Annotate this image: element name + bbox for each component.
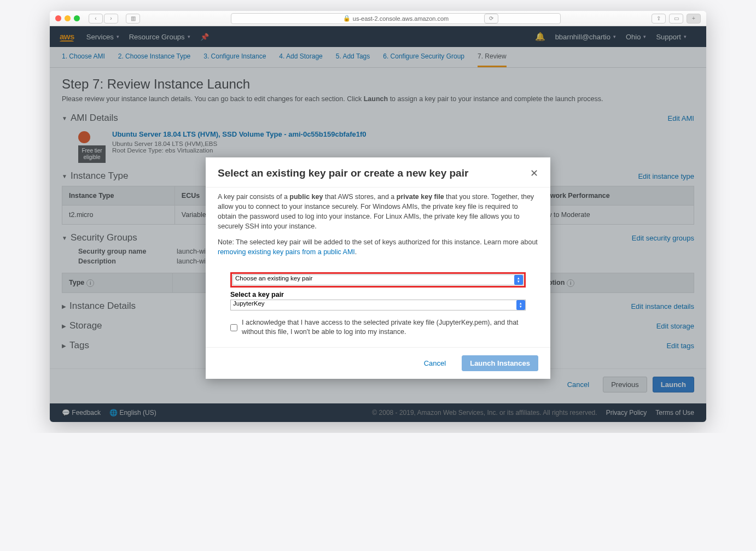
- remove-keypair-link[interactable]: removing existing key pairs from a publi…: [218, 248, 355, 256]
- launch-instances-button[interactable]: Launch Instances: [462, 355, 538, 371]
- chevron-updown-icon: [516, 300, 525, 310]
- key-pair-value: JupyterKey: [233, 300, 265, 307]
- modal-paragraph-2: Note: The selected key pair will be adde…: [218, 237, 538, 257]
- key-pair-mode-select[interactable]: Choose an existing key pair: [232, 274, 524, 285]
- url-text: us-east-2.console.aws.amazon.com: [353, 15, 449, 22]
- zoom-window-button[interactable]: [74, 15, 80, 21]
- key-pair-modal: Select an existing key pair or create a …: [206, 157, 550, 379]
- back-button[interactable]: ‹: [89, 14, 103, 24]
- close-icon[interactable]: ✕: [530, 167, 538, 179]
- acknowledge-checkbox[interactable]: [230, 318, 237, 337]
- modal-cancel-button[interactable]: Cancel: [416, 355, 454, 371]
- key-pair-select[interactable]: JupyterKey: [230, 300, 526, 310]
- chevron-updown-icon: [514, 275, 523, 285]
- lock-icon: 🔒: [343, 15, 351, 22]
- tabs-button[interactable]: ▭: [669, 14, 683, 24]
- modal-paragraph-1: A key pair consists of a public key that…: [218, 192, 538, 232]
- browser-titlebar: ‹ › ▥ 🔒 us-east-2.console.aws.amazon.com…: [50, 11, 706, 26]
- address-bar[interactable]: 🔒 us-east-2.console.aws.amazon.com: [231, 13, 561, 24]
- new-tab-button[interactable]: +: [687, 14, 701, 24]
- forward-button[interactable]: ›: [104, 14, 118, 24]
- sidebar-button[interactable]: ▥: [126, 14, 140, 24]
- close-window-button[interactable]: [55, 15, 61, 21]
- modal-title: Select an existing key pair or create a …: [218, 167, 468, 179]
- share-button[interactable]: ⇪: [652, 14, 666, 24]
- key-pair-mode-value: Choose an existing key pair: [235, 275, 312, 282]
- minimize-window-button[interactable]: [65, 15, 71, 21]
- select-key-pair-label: Select a key pair: [230, 291, 526, 298]
- reload-button[interactable]: ⟳: [484, 14, 498, 24]
- acknowledge-text: I acknowledge that I have access to the …: [242, 318, 526, 337]
